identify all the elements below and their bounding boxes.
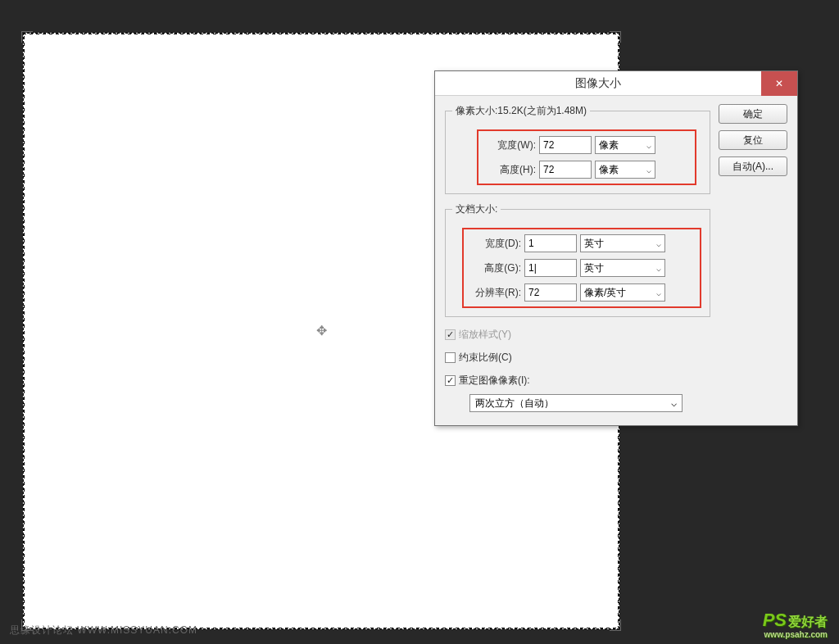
watermark-right: PS爱好者 www.psahz.com (763, 610, 828, 639)
doc-height-unit-select[interactable]: 英寸⌵ (580, 259, 665, 277)
doc-width-unit-select[interactable]: 英寸⌵ (580, 234, 665, 252)
doc-legend: 文档大小: (452, 202, 501, 216)
width-label: 宽度(W): (483, 138, 536, 152)
scale-styles-checkbox (445, 329, 456, 340)
constrain-row[interactable]: 约束比例(C) (445, 348, 710, 366)
document-size-group: 文档大小: 宽度(D): 英寸⌵ 高度(G): 英寸⌵ 分辨率(R): (445, 202, 710, 317)
chevron-down-icon: ⌵ (656, 239, 661, 248)
dialog-titlebar[interactable]: 图像大小 (435, 71, 797, 96)
ok-button[interactable]: 确定 (719, 104, 787, 124)
chevron-down-icon: ⌵ (656, 288, 661, 297)
chevron-down-icon: ⌵ (671, 397, 677, 409)
doc-height-input[interactable] (524, 259, 577, 277)
annotation-box-pixel: 宽度(W): 像素⌵ 高度(H): 像素⌵ (477, 129, 696, 185)
doc-width-input[interactable] (524, 234, 577, 252)
height-unit-select[interactable]: 像素⌵ (595, 161, 655, 179)
resample-row[interactable]: 重定图像像素(I): (445, 371, 710, 389)
chevron-down-icon: ⌵ (646, 166, 651, 175)
resample-label: 重定图像像素(I): (459, 374, 530, 388)
scale-styles-label: 缩放样式(Y) (459, 328, 511, 342)
crop-handle-tr[interactable] (610, 31, 621, 43)
height-label: 高度(H): (483, 163, 536, 177)
doc-width-label: 宽度(D): (469, 237, 521, 251)
resolution-label: 分辨率(R): (469, 286, 521, 300)
annotation-box-doc: 宽度(D): 英寸⌵ 高度(G): 英寸⌵ 分辨率(R): 像素/英寸⌵ (462, 228, 701, 308)
doc-height-label: 高度(G): (469, 261, 521, 275)
chevron-down-icon: ⌵ (656, 264, 661, 273)
resolution-input[interactable] (524, 283, 577, 302)
reset-button[interactable]: 复位 (719, 130, 787, 150)
resolution-unit-select[interactable]: 像素/英寸⌵ (580, 283, 665, 302)
resample-checkbox[interactable] (445, 375, 456, 386)
chevron-down-icon: ⌵ (646, 141, 651, 150)
width-input[interactable] (539, 136, 592, 154)
pixel-dimensions-group: 像素大小:15.2K(之前为1.48M) 宽度(W): 像素⌵ 高度(H): 像… (445, 104, 710, 194)
crop-handle-tl[interactable] (21, 31, 33, 43)
close-button[interactable] (761, 71, 797, 96)
width-unit-select[interactable]: 像素⌵ (595, 136, 655, 154)
image-size-dialog: 图像大小 像素大小:15.2K(之前为1.48M) 宽度(W): 像素⌵ 高度(… (434, 70, 798, 426)
dialog-title: 图像大小 (435, 76, 761, 91)
watermark-left: 思缘设计论坛 WWW.MISSYUAN.COM (10, 624, 197, 637)
resample-method-select[interactable]: 两次立方（自动）⌵ (469, 394, 683, 412)
crop-handle-br[interactable] (610, 619, 621, 631)
move-cursor-icon: ✥ (315, 324, 328, 338)
height-input[interactable] (539, 161, 592, 179)
auto-button[interactable]: 自动(A)... (719, 156, 787, 176)
constrain-checkbox[interactable] (445, 352, 456, 363)
pixel-legend: 像素大小:15.2K(之前为1.48M) (452, 104, 590, 118)
constrain-label: 约束比例(C) (459, 351, 512, 365)
scale-styles-row: 缩放样式(Y) (445, 325, 710, 343)
